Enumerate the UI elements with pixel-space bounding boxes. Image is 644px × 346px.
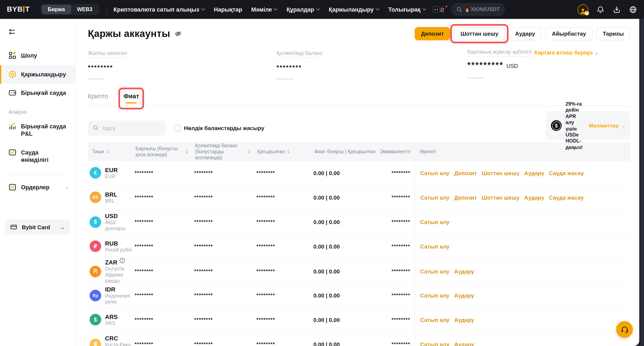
action-link-2[interactable]: Шоттан шешу — [482, 194, 520, 201]
sidebar-item-1[interactable]: Қаржыландыру — [0, 65, 75, 84]
language-globe-icon[interactable] — [629, 5, 637, 14]
action-link-1[interactable]: Аудару — [454, 341, 474, 346]
market-toggle-exchange[interactable]: Биржа — [42, 5, 71, 14]
action-link-1[interactable]: Аудару — [454, 317, 474, 323]
sidebar-item-0[interactable]: Шолу — [0, 46, 75, 65]
sort-icon[interactable] — [186, 149, 188, 154]
action-link-1[interactable]: Аудару — [454, 268, 474, 275]
fiat-bonus-value: 0.00 | 0.00 — [314, 292, 378, 299]
header-button-1[interactable]: Шоттан шешу — [454, 27, 505, 40]
nav-item-3[interactable]: Құралдар — [287, 6, 320, 13]
coin-icon: $ — [90, 216, 101, 228]
promo-details-link[interactable]: Мәліметтер → — [589, 123, 625, 129]
support-chat-button[interactable] — [616, 321, 633, 338]
bybit-logo[interactable]: BYBT — [7, 5, 30, 14]
coin-symbol: Rp — [92, 293, 98, 298]
header-button-0[interactable]: Депозит — [414, 27, 450, 40]
card-spending-sub: ******** — [467, 76, 630, 81]
asset-tabs: КриптоФиат — [88, 92, 630, 106]
action-link-3[interactable]: Аудару — [524, 170, 544, 176]
action-link-4[interactable]: Сауда жасау — [549, 170, 584, 176]
market-toggle-web3[interactable]: WEB3 — [71, 5, 98, 14]
sort-icon[interactable] — [287, 149, 290, 154]
column-header-label: Барлығы (бонусты қоса алғанда) — [136, 145, 184, 157]
bybit-card-icon — [10, 223, 18, 231]
action-link-0[interactable]: Сатып алу — [420, 341, 450, 346]
topbar-search[interactable]: XION/USDT — [451, 3, 505, 16]
orders-icon — [8, 183, 16, 191]
action-link-4[interactable]: Сауда жасау — [549, 194, 584, 201]
column-header-1[interactable]: Барлығы (бонусты қоса алғанда) — [135, 145, 194, 157]
account-action-buttons: ДепозитШоттан шешуАударуАйырбастауТарихы — [414, 27, 630, 40]
action-link-0[interactable]: Сатып алу — [420, 170, 450, 176]
sidebar-item-analysis-0[interactable]: Бірыңғай сауда P&L — [0, 117, 75, 143]
sidebar-item-label: Сауда өнімділігі — [21, 149, 66, 164]
sidebar-collapse-icon[interactable] — [8, 28, 75, 35]
mascot-icon[interactable]: Ƨ + — [432, 6, 444, 13]
sidebar-item-analysis-1[interactable]: Сауда өнімділігі — [0, 143, 75, 169]
actions-cell: Сатып алуАудару — [414, 283, 630, 307]
nav-item-5[interactable]: Толығырақ — [388, 6, 426, 13]
search-input[interactable] — [102, 124, 157, 132]
coin-symbol: ₡ — [94, 341, 97, 346]
column-header-label: Эквивалентті — [380, 148, 410, 154]
available-value: ******** — [194, 170, 256, 176]
coin-code: USD — [105, 212, 135, 219]
coin-cell: ₡CRCКоста-Рика колоны — [88, 335, 135, 346]
total-value: ******** — [135, 195, 194, 201]
coin-code: IDR — [105, 286, 135, 293]
header-button-4[interactable]: Тарихы — [596, 27, 630, 40]
account-avatar[interactable]: ? — [578, 4, 588, 15]
actions-cell: Сатып алуАудару — [414, 308, 630, 332]
tab-fiat[interactable]: Фиат — [124, 92, 139, 106]
notifications-bell-icon[interactable] — [596, 5, 604, 14]
nav-item-0[interactable]: Криптовалюта сатып алыңыз — [114, 6, 205, 13]
action-link-1[interactable]: Депозит — [454, 194, 477, 201]
asset-search-box[interactable] — [88, 120, 166, 135]
action-link-1[interactable]: Депозит — [454, 170, 477, 176]
apply-card-link[interactable]: Картаға өтініш беріңіз — [534, 50, 593, 56]
chevron-right-icon: › — [595, 50, 598, 56]
download-app-icon[interactable] — [613, 5, 621, 14]
action-link-0[interactable]: Сатып алу — [420, 317, 450, 323]
table-row-ZAR: RZAR!Оңтүстік Африка ранды**************… — [88, 259, 630, 283]
column-header-3[interactable]: Қатырылған — [256, 148, 314, 154]
nav-item-2[interactable]: Мәміле — [251, 6, 278, 13]
action-link-2[interactable]: Шоттан шешу — [482, 170, 520, 176]
sidebar-item-orders[interactable]: Ордерлер › — [0, 179, 75, 196]
equivalent-value: ******** — [378, 170, 414, 176]
action-link-0[interactable]: Сатып алу — [420, 194, 450, 201]
frozen-value: ******** — [256, 195, 314, 201]
action-link-1[interactable]: Аудару — [454, 292, 474, 299]
sort-icon[interactable] — [248, 149, 250, 154]
hide-balance-eye-icon[interactable] — [174, 30, 182, 37]
hide-zero-label: Нөлдік баланстарды жасыру — [184, 125, 264, 131]
chevron-right-icon: › — [66, 184, 68, 191]
tab-crypto[interactable]: Крипто — [88, 92, 108, 106]
table-row-BRL: R$BRLBRL************************0.00 | 0… — [88, 186, 630, 210]
total-value: ******** — [135, 243, 194, 249]
chevron-down-icon — [274, 8, 278, 11]
header-button-2[interactable]: Аудару — [509, 27, 542, 40]
info-icon[interactable]: ! — [120, 258, 125, 263]
sort-icon[interactable] — [106, 149, 109, 154]
action-link-0[interactable]: Сатып алу — [420, 219, 450, 225]
nav-item-4[interactable]: Қаржыландыру — [329, 6, 379, 13]
column-header-0[interactable]: Тиын — [88, 148, 135, 154]
chart-icon — [8, 122, 16, 130]
available-value: ******** — [194, 292, 256, 298]
nav-item-label: Құралдар — [287, 6, 314, 13]
action-link-0[interactable]: Сатып алу — [420, 292, 450, 299]
bybit-card-button[interactable]: Bybit Card → — [5, 220, 70, 235]
frozen-value: ******** — [256, 341, 314, 346]
nav-item-1[interactable]: Нарықтар — [214, 6, 242, 13]
action-link-3[interactable]: Аудару — [524, 194, 544, 201]
action-link-0[interactable]: Сатып алу — [420, 243, 450, 250]
action-link-0[interactable]: Сатып алу — [420, 268, 450, 275]
fiat-bonus-value: 0.00 | 0.00 — [314, 341, 378, 346]
sidebar-item-2[interactable]: Бірыңғай сауда — [0, 84, 75, 102]
header-button-3[interactable]: Айырбастау — [546, 27, 592, 40]
hide-zero-checkbox[interactable] — [174, 125, 180, 131]
column-header-2[interactable]: Қолжетімді баланс (бонустарды қоспағанда… — [194, 142, 256, 160]
usde-promo-banner[interactable]: $ 29%-ға дейін APR алу үшін USDe HODL-да… — [546, 111, 630, 140]
